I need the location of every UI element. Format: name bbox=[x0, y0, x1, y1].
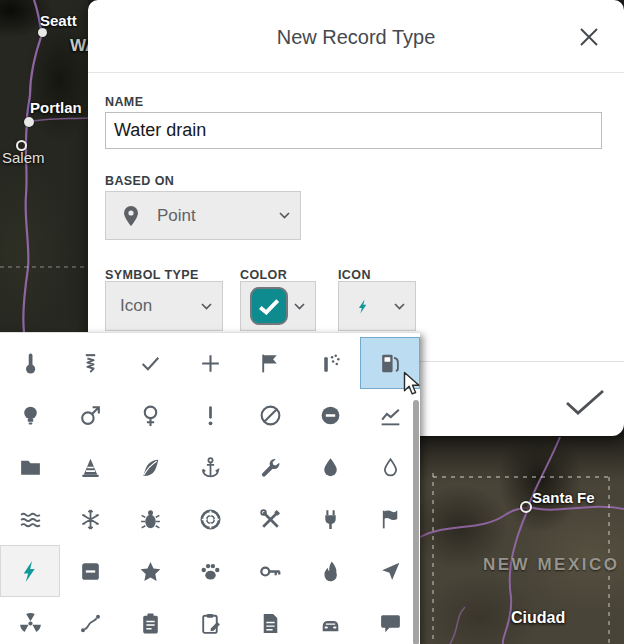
bug-icon bbox=[138, 507, 163, 532]
icon-cell-cone[interactable] bbox=[60, 441, 120, 493]
drop-outline-icon bbox=[378, 455, 403, 480]
navigation-icon bbox=[378, 559, 403, 584]
chevron-down-icon bbox=[394, 303, 405, 310]
minus-square-icon bbox=[78, 559, 103, 584]
icon-cell-waves[interactable] bbox=[0, 493, 60, 545]
icon-cell-lightning[interactable] bbox=[0, 545, 60, 597]
icon-cell-snowflake[interactable] bbox=[60, 493, 120, 545]
flame-icon bbox=[318, 559, 343, 584]
icon-cell-minus-square[interactable] bbox=[60, 545, 120, 597]
icon-cell-drop-outline[interactable] bbox=[360, 441, 420, 493]
drop-icon bbox=[318, 455, 343, 480]
close-icon[interactable] bbox=[578, 26, 600, 48]
map-background-right: Santa Fe NEW MEXICO Ciudad bbox=[420, 437, 624, 644]
icon-cell-plus[interactable] bbox=[180, 337, 240, 389]
icon-grid bbox=[0, 337, 420, 644]
icon-cell-car[interactable] bbox=[300, 597, 360, 644]
icon-cell-clipboard-edit[interactable] bbox=[180, 597, 240, 644]
male-icon bbox=[78, 403, 103, 428]
icon-cell-folder[interactable] bbox=[0, 441, 60, 493]
icon-cell-key[interactable] bbox=[240, 545, 300, 597]
map-label-santa-fe: Santa Fe bbox=[532, 489, 595, 506]
lightbulb-icon bbox=[18, 403, 43, 428]
spray-icon bbox=[318, 351, 343, 376]
icon-picker-panel bbox=[0, 332, 420, 644]
city-marker-portland bbox=[24, 117, 34, 127]
icon-cell-crossed-tools[interactable] bbox=[240, 493, 300, 545]
lifebuoy-icon bbox=[198, 507, 223, 532]
lightning-icon bbox=[18, 559, 43, 584]
icon-dropdown[interactable] bbox=[338, 281, 416, 331]
crossed-tools-icon bbox=[258, 507, 283, 532]
icon-cell-thermometer[interactable] bbox=[0, 337, 60, 389]
icon-cell-drop[interactable] bbox=[300, 441, 360, 493]
speech-bubble-icon bbox=[378, 611, 403, 636]
prohibited-icon bbox=[258, 403, 283, 428]
icon-cell-lifebuoy[interactable] bbox=[180, 493, 240, 545]
snowflake-icon bbox=[78, 507, 103, 532]
based-on-dropdown[interactable]: Point bbox=[105, 191, 301, 240]
icon-cell-route[interactable] bbox=[60, 597, 120, 644]
star-icon bbox=[138, 559, 163, 584]
minus-circle-icon bbox=[318, 403, 343, 428]
exclamation-icon bbox=[198, 403, 223, 428]
icon-cell-wrench[interactable] bbox=[240, 441, 300, 493]
city-marker-seattle bbox=[38, 28, 47, 37]
car-icon bbox=[318, 611, 343, 636]
icon-cell-minus-circle[interactable] bbox=[300, 389, 360, 441]
scrollbar-thumb[interactable] bbox=[413, 400, 419, 644]
icon-cell-plug[interactable] bbox=[300, 493, 360, 545]
icon-cell-star[interactable] bbox=[120, 545, 180, 597]
icon-cell-flame[interactable] bbox=[300, 545, 360, 597]
icon-cell-radiation[interactable] bbox=[0, 597, 60, 644]
icon-cell-navigation[interactable] bbox=[360, 545, 420, 597]
flag-waving-icon bbox=[378, 507, 403, 532]
icon-cell-bug[interactable] bbox=[120, 493, 180, 545]
icon-cell-speech-bubble[interactable] bbox=[360, 597, 420, 644]
city-marker-santa-fe bbox=[520, 501, 532, 513]
icon-cell-feather[interactable] bbox=[120, 441, 180, 493]
icon-cell-spray[interactable] bbox=[300, 337, 360, 389]
plus-icon bbox=[198, 351, 223, 376]
clipboard-icon bbox=[138, 611, 163, 636]
cone-icon bbox=[78, 455, 103, 480]
chevron-down-icon bbox=[279, 212, 290, 219]
icon-cell-fuel[interactable] bbox=[360, 337, 420, 389]
key-icon bbox=[258, 559, 283, 584]
color-dropdown[interactable] bbox=[240, 281, 316, 331]
icon-cell-line-chart[interactable] bbox=[360, 389, 420, 441]
plug-icon bbox=[318, 507, 343, 532]
icon-cell-document[interactable] bbox=[240, 597, 300, 644]
flag-icon bbox=[258, 351, 283, 376]
symbol-type-label: SYMBOL TYPE bbox=[105, 268, 199, 282]
based-on-value: Point bbox=[157, 206, 196, 226]
route-icon bbox=[78, 611, 103, 636]
female-icon bbox=[138, 403, 163, 428]
icon-cell-flag[interactable] bbox=[240, 337, 300, 389]
icon-cell-exclamation[interactable] bbox=[180, 389, 240, 441]
icon-cell-female[interactable] bbox=[120, 389, 180, 441]
icon-cell-check[interactable] bbox=[120, 337, 180, 389]
anchor-icon bbox=[198, 455, 223, 480]
icon-cell-male[interactable] bbox=[60, 389, 120, 441]
map-label-portland: Portlan bbox=[30, 99, 82, 116]
wrench-icon bbox=[258, 455, 283, 480]
icon-cell-clipboard[interactable] bbox=[120, 597, 180, 644]
fuel-icon bbox=[378, 351, 403, 376]
confirm-check-icon[interactable] bbox=[564, 388, 606, 416]
color-swatch bbox=[250, 287, 288, 325]
symbol-type-value: Icon bbox=[120, 296, 152, 316]
check-icon bbox=[138, 351, 163, 376]
icon-cell-flag-waving[interactable] bbox=[360, 493, 420, 545]
icon-cell-lightbulb[interactable] bbox=[0, 389, 60, 441]
icon-cell-prohibited[interactable] bbox=[240, 389, 300, 441]
document-icon bbox=[258, 611, 283, 636]
icon-cell-anchor[interactable] bbox=[180, 441, 240, 493]
icon-cell-coil[interactable] bbox=[60, 337, 120, 389]
name-label: NAME bbox=[105, 95, 143, 109]
symbol-type-dropdown[interactable]: Icon bbox=[105, 281, 223, 331]
paw-icon bbox=[198, 559, 223, 584]
thermometer-icon bbox=[18, 351, 43, 376]
name-input[interactable] bbox=[105, 112, 602, 149]
icon-cell-paw[interactable] bbox=[180, 545, 240, 597]
